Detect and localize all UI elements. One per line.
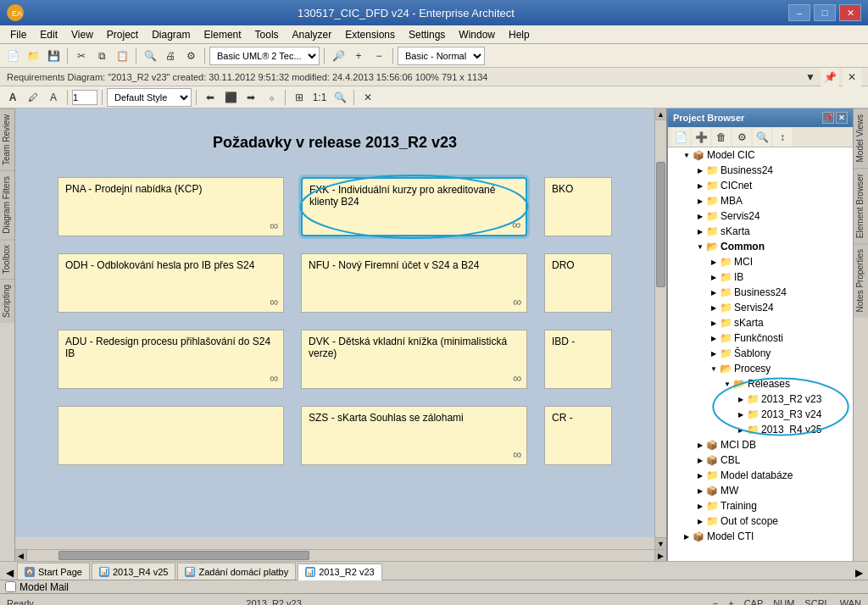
model-mail-checkbox[interactable] — [5, 581, 16, 592]
bold-button[interactable]: A — [3, 88, 22, 107]
pb-add-button[interactable]: ➕ — [692, 128, 710, 147]
menu-edit[interactable]: Edit — [33, 27, 64, 42]
settings-button[interactable]: ⚙ — [181, 47, 200, 65]
status-zoom-in[interactable]: + — [728, 598, 733, 606]
pb-search-button[interactable]: 🔍 — [753, 128, 771, 147]
tree-node-mci[interactable]: ▶ 📁 MCI — [668, 254, 853, 269]
card-empty[interactable] — [58, 406, 284, 465]
horizontal-scrollbar[interactable]: ◀ ▶ — [15, 549, 666, 561]
tree-node-r3v24[interactable]: ▶ 📁 2013_R3 v24 — [668, 407, 853, 422]
arrow-mci-db[interactable]: ▶ — [695, 440, 705, 450]
print-button[interactable]: 🖨 — [161, 47, 180, 65]
status-zoom-out[interactable]: − — [713, 598, 718, 606]
menu-tools[interactable]: Tools — [248, 27, 286, 42]
tab-r2v23[interactable]: 📊 2013_R2 v23 — [298, 563, 381, 580]
menu-window[interactable]: Window — [452, 27, 502, 42]
arrow-cbl[interactable]: ▶ — [695, 455, 705, 465]
pb-properties-button[interactable]: ⚙ — [732, 128, 751, 147]
style-select[interactable]: Default Style — [107, 88, 192, 107]
pin-button[interactable]: 📌 — [821, 68, 839, 86]
card-bko[interactable]: BKO — [544, 177, 612, 236]
card-fxk[interactable]: FXK - Individuální kurzy pro akreditovan… — [301, 177, 527, 236]
tree-node-model-cic[interactable]: ▼ 📦 Model CIC — [668, 147, 853, 163]
arrow-business24[interactable]: ▶ — [695, 165, 705, 175]
project-tree[interactable]: ▼ 📦 Model CIC ▶ 📁 Business24 ▶ 📁 CICnet … — [668, 147, 853, 561]
sidebar-team-review[interactable]: Team Review — [0, 108, 14, 170]
style-dropdown2[interactable]: Basic - Normal — [398, 47, 485, 65]
zoom-toolbar-button[interactable]: 🔍 — [331, 88, 349, 107]
tree-node-skartab[interactable]: ▶ 📁 sKarta — [668, 315, 853, 330]
tree-node-cbl[interactable]: ▶ 📦 CBL — [668, 452, 853, 468]
new-button[interactable]: 📄 — [3, 47, 22, 65]
search-button[interactable]: 🔍 — [141, 47, 159, 65]
vertical-scrollbar[interactable]: ▲ ▼ — [654, 108, 666, 549]
tree-node-skarta[interactable]: ▶ 📁 sKarta — [668, 224, 853, 239]
card-nfu[interactable]: NFU - Nový Firemní účet v S24 a B24 ∞ — [301, 253, 527, 313]
scroll-down-button[interactable]: ▼ — [655, 537, 666, 549]
card-cr[interactable]: CR - — [544, 406, 612, 465]
tree-node-funkcnosti[interactable]: ▶ 📁 Funkčnosti — [668, 330, 853, 346]
menu-analyzer[interactable]: Analyzer — [286, 27, 339, 42]
arrow-procesy[interactable]: ▼ — [709, 364, 719, 374]
tree-node-mba[interactable]: ▶ 📁 MBA — [668, 193, 853, 208]
arrow-skarta[interactable]: ▶ — [695, 226, 705, 236]
uml-dropdown[interactable]: Basic UML® 2 Tec... — [209, 47, 320, 65]
menu-element[interactable]: Element — [198, 27, 248, 42]
collapse-button[interactable]: ✕ — [843, 68, 861, 86]
arrow-r4v25[interactable]: ▶ — [736, 425, 746, 435]
font-color-button[interactable]: A — [44, 88, 63, 107]
tree-node-model-db[interactable]: ▶ 📁 Model databáze — [668, 468, 853, 483]
sidebar-model-views[interactable]: Model Views — [854, 108, 868, 168]
tree-node-r2v23[interactable]: ▶ 📁 2013_R2 v23 — [668, 391, 853, 407]
arrow-servis24[interactable]: ▶ — [695, 211, 705, 221]
tree-node-servis24[interactable]: ▶ 📁 Servis24 — [668, 208, 853, 224]
menu-extensions[interactable]: Extensions — [338, 27, 402, 42]
tree-node-ib[interactable]: ▶ 📁 IB — [668, 269, 853, 285]
distribute-button[interactable]: ⬦ — [262, 88, 281, 107]
tab-zadani[interactable]: 📊 Zadání domácí platby — [177, 563, 296, 580]
copy-button[interactable]: ⧉ — [92, 47, 111, 65]
tab-r4v25[interactable]: 📊 2013_R4 v25 — [92, 563, 175, 580]
panel-close-button[interactable]: ✕ — [836, 112, 848, 124]
open-button[interactable]: 📁 — [24, 47, 42, 65]
sidebar-toolbox[interactable]: Toolbox — [0, 239, 14, 279]
card-adu[interactable]: ADU - Redesign procesu přihlašování do S… — [58, 330, 284, 389]
menu-help[interactable]: Help — [502, 27, 537, 42]
card-pna[interactable]: PNA - Prodejní nabídka (KCP) ∞ — [58, 177, 284, 236]
cut-button[interactable]: ✂ — [72, 47, 91, 65]
scroll-thumb-v[interactable] — [656, 162, 665, 287]
card-ibd[interactable]: IBD - — [544, 330, 612, 389]
maximize-button[interactable]: □ — [814, 4, 836, 21]
arrow-mci[interactable]: ▶ — [709, 257, 719, 267]
arrow-ib[interactable]: ▶ — [709, 272, 719, 282]
arrow-out-of-scope[interactable]: ▶ — [695, 516, 705, 526]
card-dro[interactable]: DRO — [544, 253, 612, 313]
tree-node-training[interactable]: ▶ 📁 Training — [668, 498, 853, 513]
arrow-mw[interactable]: ▶ — [695, 486, 705, 496]
align-center-button[interactable]: ⬛ — [221, 88, 240, 107]
sidebar-scripting[interactable]: Scripting — [0, 279, 14, 323]
tree-node-common[interactable]: ▼ 📂 Common — [668, 239, 853, 254]
zoom-fit-button[interactable]: ⊞ — [290, 88, 309, 107]
tree-node-procesy[interactable]: ▼ 📂 Procesy — [668, 361, 853, 376]
scroll-right-button[interactable]: ▶ — [654, 550, 666, 561]
tree-node-business24[interactable]: ▶ 📁 Business24 — [668, 163, 853, 178]
arrow-sablony[interactable]: ▶ — [709, 348, 719, 358]
card-szs[interactable]: SZS - sKarta Souhlas se zálohami ∞ — [301, 406, 527, 465]
diagram-canvas[interactable]: Požadavky v release 2013_R2 v23 PNA - Pr… — [15, 108, 654, 537]
arrow-model-db[interactable]: ▶ — [695, 470, 705, 480]
tree-node-servis24b[interactable]: ▶ 📁 Servis24 — [668, 300, 853, 315]
arrow-skartab[interactable]: ▶ — [709, 318, 719, 328]
arrow-business24b[interactable]: ▶ — [709, 287, 719, 297]
menu-settings[interactable]: Settings — [402, 27, 452, 42]
pb-new-button[interactable]: 📄 — [671, 128, 690, 147]
card-dvk[interactable]: DVK - Dětská vkladní knížka (minimalisti… — [301, 330, 527, 389]
tree-node-model-cti[interactable]: ▶ 📦 Model CTI — [668, 529, 853, 544]
paste-button[interactable]: 📋 — [113, 47, 131, 65]
menu-file[interactable]: File — [3, 27, 33, 42]
arrow-servis24b[interactable]: ▶ — [709, 302, 719, 313]
tree-node-r4v25[interactable]: ▶ 📁 2013_R4 v25 — [668, 422, 853, 437]
zoom-out-button[interactable]: − — [370, 47, 388, 65]
close-button[interactable]: ✕ — [839, 4, 861, 21]
tab-start-page[interactable]: 🏠 Start Page — [17, 563, 90, 580]
